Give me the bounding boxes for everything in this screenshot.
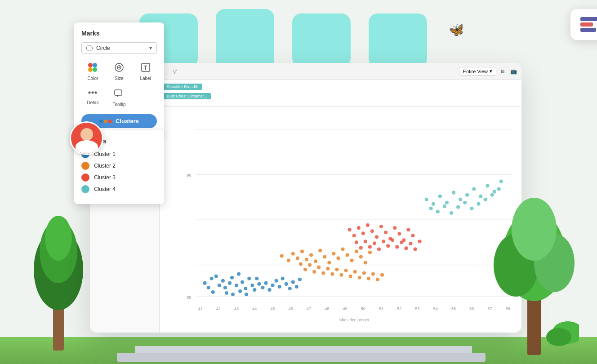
- marks-color-button[interactable]: Color: [81, 60, 104, 83]
- svg-point-75: [296, 257, 299, 260]
- show-me-icon: [580, 17, 597, 32]
- filter-icon[interactable]: ▽: [170, 67, 179, 76]
- svg-point-80: [318, 249, 322, 252]
- marks-type-dropdown[interactable]: Circle ▾: [81, 42, 157, 54]
- svg-text:46: 46: [289, 306, 293, 311]
- svg-point-173: [89, 92, 91, 94]
- cluster-4-swatch: [81, 185, 89, 193]
- svg-point-155: [443, 204, 446, 208]
- svg-point-112: [352, 234, 356, 237]
- clusters-button-label: Clusters: [116, 118, 139, 124]
- svg-point-66: [281, 277, 285, 280]
- svg-point-108: [371, 272, 375, 276]
- tree-right: [489, 184, 579, 355]
- svg-point-167: [93, 67, 97, 72]
- cluster-4-label: Cluster 4: [94, 186, 116, 192]
- tooltip-button-label: Tooltip: [113, 102, 126, 107]
- svg-point-44: [223, 286, 227, 289]
- present-icon[interactable]: 📺: [509, 67, 518, 76]
- cluster-4-item[interactable]: Cluster 4: [81, 185, 157, 193]
- svg-point-147: [465, 193, 469, 197]
- svg-point-122: [397, 232, 401, 235]
- svg-point-71: [298, 278, 302, 281]
- marks-label-button[interactable]: T Label: [134, 60, 157, 83]
- svg-point-8: [512, 198, 557, 261]
- svg-point-140: [418, 240, 422, 243]
- svg-point-96: [317, 266, 321, 269]
- svg-text:43: 43: [234, 306, 239, 311]
- svg-point-136: [400, 240, 403, 244]
- avatar: [70, 121, 103, 155]
- svg-point-45: [228, 281, 232, 285]
- svg-text:52: 52: [397, 306, 401, 311]
- svg-point-127: [359, 246, 363, 249]
- svg-point-59: [261, 286, 264, 289]
- chart-area: 90 85 41 42 43 44 45 46 47 48 49 50 51 5…: [160, 107, 521, 333]
- butterfly-icon: 🦋: [447, 21, 465, 39]
- svg-text:56: 56: [469, 306, 474, 311]
- svg-point-54: [231, 293, 235, 296]
- view-dropdown[interactable]: Entire View ▾: [459, 67, 496, 75]
- svg-point-88: [355, 249, 358, 253]
- tree-left: [27, 207, 90, 351]
- svg-point-61: [264, 281, 267, 285]
- floating-card-4: [369, 13, 427, 67]
- svg-point-63: [271, 284, 275, 287]
- detail-icon: [87, 88, 98, 98]
- svg-point-40: [214, 275, 218, 278]
- svg-point-57: [253, 288, 256, 292]
- svg-text:44: 44: [252, 306, 257, 311]
- svg-point-137: [404, 246, 408, 250]
- svg-point-156: [450, 211, 453, 215]
- svg-point-42: [221, 279, 225, 283]
- svg-text:85: 85: [187, 295, 191, 300]
- svg-point-141: [425, 198, 428, 201]
- svg-point-170: [119, 67, 120, 68]
- svg-text:55: 55: [451, 306, 456, 311]
- svg-point-102: [344, 269, 348, 272]
- svg-text:Shoulder Length: Shoulder Length: [339, 318, 369, 322]
- svg-point-48: [237, 272, 241, 276]
- fit-icon[interactable]: ⊞: [498, 67, 507, 76]
- shelf-pill-1[interactable]: Shoulder Breadth: [163, 84, 202, 90]
- svg-point-70: [295, 285, 298, 289]
- marks-tooltip-button[interactable]: Tooltip: [108, 86, 131, 109]
- svg-point-50: [244, 287, 247, 290]
- circle-icon: [86, 45, 93, 51]
- marks-size-button[interactable]: Size: [108, 60, 131, 83]
- svg-point-64: [275, 279, 278, 283]
- cluster-2-swatch: [81, 162, 89, 170]
- show-me-panel[interactable]: Show Me: [570, 9, 597, 40]
- tooltip-icon: [114, 88, 125, 100]
- svg-point-55: [238, 289, 242, 293]
- svg-point-78: [309, 253, 313, 257]
- shelf-pill-2[interactable]: Bust Chest Circumst...: [163, 93, 211, 99]
- laptop-base: [117, 353, 486, 362]
- svg-point-139: [414, 247, 417, 251]
- size-icon: [114, 62, 125, 74]
- svg-point-161: [483, 198, 487, 201]
- svg-text:49: 49: [343, 306, 348, 311]
- svg-point-41: [218, 284, 221, 287]
- svg-point-114: [361, 231, 365, 235]
- cluster-3-item[interactable]: Cluster 3: [81, 173, 157, 182]
- svg-point-166: [88, 67, 93, 72]
- svg-point-153: [429, 207, 433, 210]
- svg-point-81: [323, 255, 326, 258]
- svg-point-133: [386, 244, 390, 248]
- svg-point-91: [368, 250, 372, 254]
- svg-text:41: 41: [198, 306, 203, 311]
- svg-point-146: [459, 198, 462, 201]
- svg-point-37: [203, 281, 207, 285]
- svg-point-60: [255, 277, 258, 280]
- marks-detail-button[interactable]: Detail: [81, 86, 104, 109]
- svg-point-93: [303, 268, 307, 271]
- svg-point-111: [348, 228, 352, 231]
- svg-point-56: [245, 293, 248, 296]
- svg-text:90: 90: [187, 173, 191, 178]
- cluster-2-item[interactable]: Cluster 2: [81, 162, 157, 170]
- svg-point-152: [499, 179, 503, 183]
- svg-point-72: [280, 254, 284, 257]
- svg-point-94: [308, 263, 312, 267]
- svg-point-160: [477, 202, 480, 206]
